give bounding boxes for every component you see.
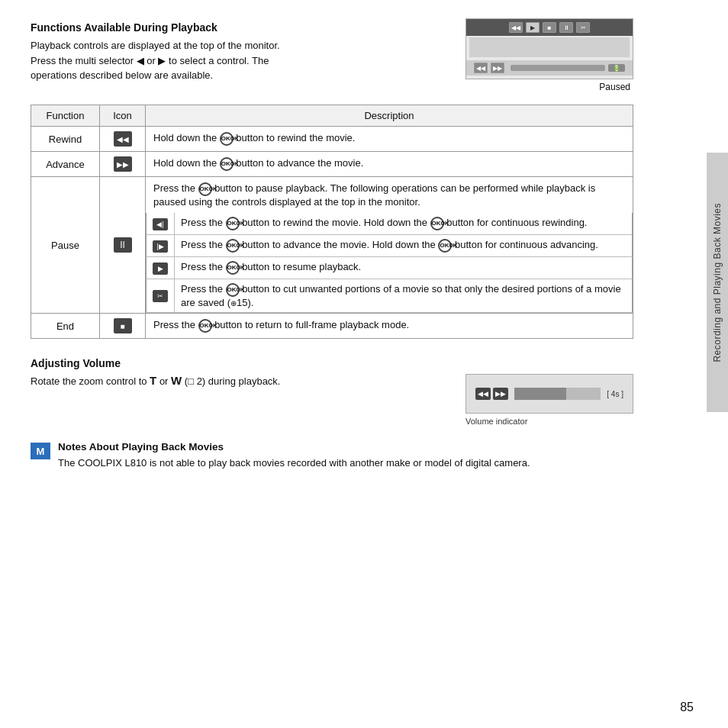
- volume-fill: [514, 388, 566, 400]
- volume-image-area: ◀◀ ▶▶ [ 4s ] Volume indicator: [465, 374, 633, 426]
- T-letter: T: [150, 374, 156, 387]
- side-tab-text: Recording and Playing Back Movies: [712, 203, 723, 362]
- ok-icon: OK: [220, 157, 234, 171]
- volume-title: Adjusting Volume: [31, 357, 633, 369]
- playback-image-area: ◀◀ ▶ ■ ⏸ ✂ ◀◀ ▶▶ 🔋 Paused: [465, 18, 633, 92]
- table-row: End ■ Press the OK button to return to f…: [31, 314, 633, 339]
- ctrl-bar-top: ◀◀ ▶ ■ ⏸ ✂: [466, 19, 633, 36]
- sub-icon-advance-frame: |▶: [147, 235, 175, 257]
- func-advance: Advance: [31, 152, 100, 177]
- sub-icon-rewind-frame: ◀|: [147, 213, 175, 235]
- ctrl-pause: ⏸: [559, 22, 573, 33]
- desc-pause: Press the OK button to pause playback. T…: [146, 177, 633, 314]
- vol-icon1: ◀◀: [475, 388, 491, 400]
- functions-table: Function Icon Description Rewind ◀◀ Hold…: [31, 105, 633, 339]
- intro-line1: Playback controls are displayed at the t…: [31, 40, 280, 51]
- paused-label: Paused: [465, 82, 633, 92]
- volume-section: Adjusting Volume Rotate the zoom control…: [31, 357, 633, 426]
- sub-icon-play: ▶: [147, 257, 175, 279]
- note-content: Notes About Playing Back Movies The COOL…: [58, 441, 530, 471]
- ctrl-stop: ■: [543, 22, 556, 33]
- vol-icon2: ▶▶: [493, 388, 508, 400]
- desc-end: Press the OK button to return to full-fr…: [146, 314, 633, 339]
- sub-icon-trim: ✂: [147, 279, 175, 313]
- th-function: Function: [31, 105, 100, 127]
- table-row: ✂ Press the OK button to cut unwanted po…: [147, 279, 633, 313]
- trim-box: ✂: [153, 290, 168, 302]
- note-title: Notes About Playing Back Movies: [58, 441, 530, 453]
- ctrl-rewind: ◀◀: [509, 22, 523, 33]
- ok-icon: OK: [226, 239, 240, 253]
- page-number: 85: [680, 701, 694, 714]
- table-row: ▶ Press the OK button to resume playback…: [147, 257, 633, 279]
- table-header-row: Function Icon Description: [31, 105, 633, 127]
- ok-icon: OK: [438, 239, 452, 253]
- icon-advance: ▶▶: [100, 152, 146, 177]
- table-row: ◀| Press the OK button to rewind the mov…: [147, 213, 633, 235]
- volume-row: Rotate the zoom control to T or W (□ 2) …: [31, 374, 633, 426]
- desc-advance: Hold down the OK button to advance the m…: [146, 152, 633, 177]
- functions-intro: Playback controls are displayed at the t…: [31, 38, 427, 83]
- functions-text: Functions Available During Playback Play…: [31, 21, 450, 92]
- sub-desc-advance-frame: Press the OK button to advance the movie…: [175, 235, 633, 257]
- th-icon: Icon: [100, 105, 146, 127]
- main-content: Functions Available During Playback Play…: [0, 0, 664, 486]
- note-icon: M: [31, 443, 50, 459]
- desc-rewind: Hold down the OK button to rewind the mo…: [146, 127, 633, 152]
- ok-icon: OK: [198, 182, 212, 196]
- th-description: Description: [146, 105, 633, 127]
- vol-time: [ 4s ]: [607, 390, 623, 398]
- ctrl-bar-bottom: ◀◀ ▶▶ 🔋: [466, 60, 633, 76]
- ctrl-play: ▶: [526, 22, 540, 33]
- sub-desc-trim: Press the OK button to cut unwanted port…: [175, 279, 633, 313]
- ok-icon: OK: [226, 217, 240, 230]
- ctrl-bottom-advance: ▶▶: [491, 63, 504, 73]
- volume-indicator-img: ◀◀ ▶▶ [ 4s ]: [465, 374, 633, 414]
- pause-sub-table: ◀| Press the OK button to rewind the mov…: [146, 213, 633, 313]
- screen-gray: [469, 37, 630, 57]
- end-icon-box: ■: [114, 318, 132, 333]
- volume-bar: [514, 388, 601, 400]
- ctrl-trim: ✂: [576, 22, 590, 33]
- battery-icon: 🔋: [608, 64, 625, 72]
- vol-controls: ◀◀ ▶▶: [475, 388, 508, 400]
- progress-bar: [511, 65, 605, 71]
- icon-rewind: ◀◀: [100, 127, 146, 152]
- func-pause: Pause: [31, 177, 100, 314]
- top-section: Functions Available During Playback Play…: [31, 21, 633, 92]
- functions-title: Functions Available During Playback: [31, 21, 450, 34]
- sub-desc-play: Press the OK button to resume playback.: [175, 257, 633, 279]
- volume-desc: Rotate the zoom control to T or W (□ 2) …: [31, 374, 450, 387]
- table-row: |▶ Press the OK button to advance the mo…: [147, 235, 633, 257]
- table-row: Pause II Press the OK button to pause pl…: [31, 177, 633, 314]
- table-row: Advance ▶▶ Hold down the OK button to ad…: [31, 152, 633, 177]
- rewind-frame-box: ◀|: [153, 218, 168, 230]
- playback-controls-img: ◀◀ ▶ ■ ⏸ ✂ ◀◀ ▶▶ 🔋: [465, 18, 633, 79]
- advance-frame-box: |▶: [153, 240, 168, 253]
- W-letter: W: [171, 374, 182, 387]
- pause-intro-text: Press the OK button to pause playback. T…: [146, 177, 633, 213]
- volume-indicator-label: Volume indicator: [465, 417, 633, 426]
- advance-icon-box: ▶▶: [114, 156, 132, 172]
- ok-icon: OK: [198, 319, 212, 333]
- ok-icon: OK: [430, 217, 444, 230]
- intro-line2: Press the multi selector ◀ or ▶ to selec…: [31, 55, 269, 66]
- func-end: End: [31, 314, 100, 339]
- func-rewind: Rewind: [31, 127, 100, 152]
- rewind-icon-box: ◀◀: [114, 131, 132, 147]
- ok-icon: OK: [220, 132, 234, 146]
- notes-section: M Notes About Playing Back Movies The CO…: [31, 441, 633, 471]
- sub-desc-rewind-frame: Press the OK button to rewind the movie.…: [175, 213, 633, 235]
- intro-line3: operations described below are available…: [31, 69, 213, 81]
- ok-icon: OK: [226, 261, 240, 275]
- ref-icon: ⊕: [230, 299, 237, 308]
- icon-end: ■: [100, 314, 146, 339]
- ctrl-bottom-rewind: ◀◀: [474, 63, 488, 73]
- side-tab: Recording and Playing Back Movies: [707, 153, 728, 412]
- note-text: The COOLPIX L810 is not able to play bac…: [58, 456, 530, 471]
- table-row: Rewind ◀◀ Hold down the OK button to rew…: [31, 127, 633, 152]
- volume-text: Rotate the zoom control to T or W (□ 2) …: [31, 374, 450, 387]
- ok-icon: OK: [226, 283, 240, 297]
- pause-icon-box: II: [114, 237, 132, 253]
- icon-pause: II: [100, 177, 146, 314]
